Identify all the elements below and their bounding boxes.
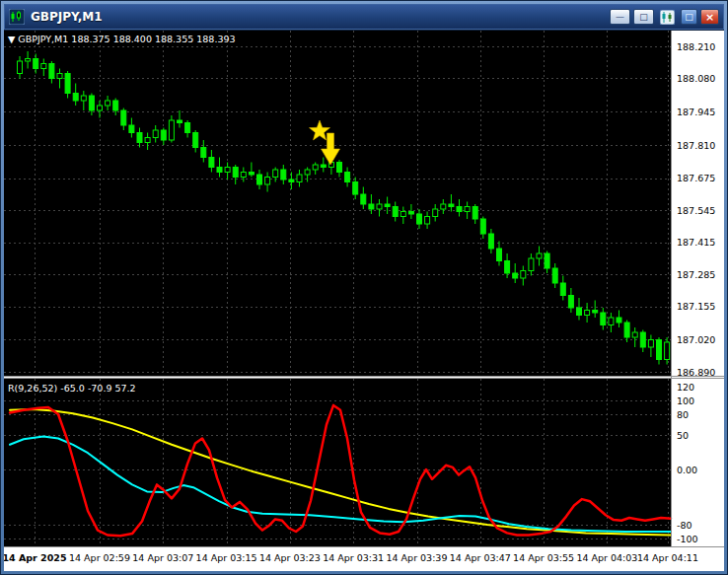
svg-text:50: 50 [677,430,689,441]
svg-text:14 Apr 03:55: 14 Apr 03:55 [513,552,574,563]
time-axis[interactable]: 14 Apr 202514 Apr 02:5914 Apr 03:0714 Ap… [4,552,698,563]
indicator-label: R(9,26,52) -65.0 -70.9 57.2 [8,383,136,394]
svg-text:14 Apr 04:03: 14 Apr 04:03 [576,552,637,563]
svg-text:120: 120 [677,382,694,393]
minimize-glyph: — [616,13,624,22]
svg-text:187.810: 187.810 [677,140,715,151]
svg-text:187.285: 187.285 [677,269,715,280]
svg-text:186.890: 186.890 [677,367,715,378]
svg-text:-100: -100 [677,534,698,544]
svg-text:188.080: 188.080 [677,73,715,84]
svg-text:187.945: 187.945 [677,107,715,117]
svg-text:100: 100 [677,395,694,406]
titlebar[interactable]: GBPJPY,M1 — □ □ × [4,4,724,30]
svg-text:187.415: 187.415 [677,237,715,248]
mini-chart-icon [660,10,675,25]
window-icon [9,9,25,25]
svg-text:14 Apr 2025: 14 Apr 2025 [4,552,67,563]
svg-text:14 Apr 03:47: 14 Apr 03:47 [450,552,511,563]
svg-text:80: 80 [677,409,689,420]
svg-text:14 Apr 03:31: 14 Apr 03:31 [323,552,384,563]
svg-text:14 Apr 03:39: 14 Apr 03:39 [387,552,448,563]
restore-glyph: □ [639,13,648,22]
maximize-glyph: □ [685,13,693,22]
chart-client-area: 188.210188.080187.945187.810187.675187.5… [4,30,724,571]
svg-text:-80: -80 [677,520,692,531]
close-button[interactable]: × [700,9,719,25]
chart-window: GBPJPY,M1 — □ □ × 188.210188.080187.9451… [0,0,728,575]
restore-button[interactable]: □ [633,9,654,25]
main-chart-bg [4,31,671,376]
svg-text:187.675: 187.675 [677,173,715,183]
chart-info-label: ▼ GBPJPY,M1 188.375 188.400 188.355 188.… [8,34,236,44]
svg-text:14 Apr 04:11: 14 Apr 04:11 [637,552,698,563]
svg-text:187.020: 187.020 [677,334,715,345]
svg-text:188.210: 188.210 [677,41,715,52]
minimize-button[interactable]: — [610,9,630,25]
svg-text:14 Apr 03:07: 14 Apr 03:07 [132,552,193,563]
window-title: GBPJPY,M1 [31,10,103,24]
svg-text:14 Apr 02:59: 14 Apr 02:59 [69,552,130,563]
svg-text:0.00: 0.00 [677,465,697,475]
indicator-bg [4,379,671,546]
close-glyph: × [705,12,714,23]
svg-text:14 Apr 03:15: 14 Apr 03:15 [196,552,257,563]
maximize-button[interactable]: □ [681,9,697,25]
svg-text:187.545: 187.545 [677,205,715,216]
window-controls: — □ □ × [610,9,719,25]
chart-canvas[interactable]: 188.210188.080187.945187.810187.675187.5… [4,31,724,571]
svg-text:14 Apr 03:23: 14 Apr 03:23 [259,552,321,563]
svg-text:187.155: 187.155 [677,301,715,312]
